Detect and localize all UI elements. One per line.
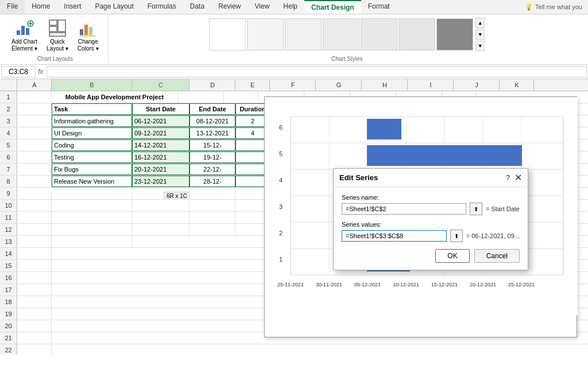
row-header-14[interactable]: 14	[0, 248, 17, 259]
tab-insert[interactable]: Insert	[57, 0, 88, 14]
row-header-7[interactable]: 7	[0, 164, 17, 175]
name-box[interactable]	[1, 66, 36, 77]
row-header-16[interactable]: 16	[0, 272, 17, 283]
row-header-4[interactable]: 4	[0, 127, 17, 139]
cell-f1[interactable]	[224, 91, 258, 103]
row-header-13[interactable]: 13	[0, 236, 17, 247]
cell-a9[interactable]	[17, 188, 52, 199]
cell-a1[interactable]	[17, 91, 52, 103]
cell-b4[interactable]: UI Design	[52, 127, 132, 139]
chart-style-2[interactable]	[247, 18, 284, 51]
cell-d9[interactable]	[189, 188, 235, 199]
cell-b7[interactable]: Fix Bugs	[52, 164, 132, 175]
cell-a3[interactable]	[17, 115, 52, 127]
tab-home[interactable]: Home	[25, 0, 57, 14]
col-header-b[interactable]: B	[52, 79, 132, 91]
tab-formulas[interactable]: Formulas	[141, 0, 183, 14]
change-colors-button[interactable]: ChangeColors ▾	[73, 17, 103, 55]
dialog-ok-button[interactable]: OK	[435, 249, 469, 263]
cell-a4[interactable]	[17, 127, 52, 139]
chart-styles-scroll-down[interactable]: ▼	[475, 29, 485, 40]
cell-a5[interactable]	[17, 139, 52, 151]
dialog-cancel-button[interactable]: Cancel	[474, 249, 520, 263]
col-header-a[interactable]: A	[17, 79, 52, 91]
tell-me-box[interactable]: 💡 Tell me what you	[519, 0, 588, 14]
chart-style-5[interactable]	[361, 18, 397, 51]
row-header-10[interactable]: 10	[0, 200, 17, 211]
chart-style-6[interactable]	[399, 18, 435, 51]
cell-b9[interactable]	[52, 188, 132, 199]
row-header-20[interactable]: 20	[0, 320, 17, 332]
row-header-12[interactable]: 12	[0, 224, 17, 235]
series-name-picker-button[interactable]: ⬆	[470, 203, 482, 215]
cell-d3[interactable]: 08-12-2021	[189, 115, 235, 127]
cell-d6[interactable]: 19-12-	[189, 152, 235, 163]
tab-data[interactable]: Data	[183, 0, 211, 14]
cell-d2[interactable]: End Date	[189, 103, 235, 115]
cell-b3[interactable]: Information gathering	[52, 115, 132, 127]
cell-c6[interactable]: 16-12-2021	[132, 152, 189, 163]
cell-b8[interactable]: Release New Version	[52, 176, 132, 187]
chart-style-3[interactable]	[285, 18, 322, 51]
tab-view[interactable]: View	[248, 0, 277, 14]
cell-d7[interactable]: 22-12-	[189, 164, 235, 175]
tab-chart-design[interactable]: Chart Design	[304, 0, 361, 14]
series-values-picker-button[interactable]: ⬆	[450, 230, 463, 242]
row-header-1[interactable]: 1	[0, 91, 17, 103]
add-chart-element-button[interactable]: Add ChartElement ▾	[7, 17, 42, 55]
tab-file[interactable]: File	[0, 0, 25, 14]
row-header-6[interactable]: 6	[0, 152, 17, 163]
cell-b6[interactable]: Testing	[52, 152, 132, 163]
cell-c9[interactable]: 6R x 1C	[132, 188, 189, 199]
cell-e1[interactable]	[178, 91, 224, 103]
col-header-f[interactable]: F	[270, 79, 316, 91]
row-header-2[interactable]: 2	[0, 103, 17, 115]
chart-style-1[interactable]	[209, 18, 246, 51]
cell-a10[interactable]	[17, 200, 52, 211]
formula-input[interactable]	[47, 66, 587, 77]
row-header-22[interactable]: 22	[0, 344, 17, 355]
row-header-3[interactable]: 3	[0, 115, 17, 127]
cell-c8[interactable]: 23-12-2021	[132, 176, 189, 187]
series-values-input[interactable]	[342, 230, 447, 242]
quick-layout-button[interactable]: QuickLayout ▾	[42, 17, 73, 55]
tab-page-layout[interactable]: Page Layout	[88, 0, 140, 14]
cell-a8[interactable]	[17, 176, 52, 187]
cell-d4[interactable]: 13-12-2021	[189, 127, 235, 139]
col-header-h[interactable]: H	[362, 79, 408, 91]
cell-d5[interactable]: 15-12-	[189, 139, 235, 151]
cell-b2[interactable]: Task	[52, 103, 132, 115]
row-header-8[interactable]: 8	[0, 176, 17, 187]
cell-c5[interactable]: 14-12-2021	[132, 139, 189, 151]
col-header-e[interactable]: E	[235, 79, 270, 91]
cell-b5[interactable]: Coding	[52, 139, 132, 151]
cell-c2[interactable]: Start Date	[132, 103, 189, 115]
col-header-j[interactable]: J	[454, 79, 500, 91]
corner-cell[interactable]	[0, 79, 17, 91]
row-header-17[interactable]: 17	[0, 284, 17, 296]
col-header-d[interactable]: D	[189, 79, 235, 91]
chart-style-7[interactable]	[436, 18, 473, 51]
chart-style-4[interactable]	[323, 18, 359, 51]
cell-a6[interactable]	[17, 152, 52, 163]
series-name-input[interactable]	[342, 203, 466, 215]
row-header-19[interactable]: 19	[0, 308, 17, 320]
row-header-9[interactable]: 9	[0, 188, 17, 199]
cell-c4[interactable]: 09-12-2021	[132, 127, 189, 139]
cell-b10[interactable]	[52, 200, 132, 211]
tab-review[interactable]: Review	[211, 0, 247, 14]
dialog-help-button[interactable]: ?	[506, 173, 510, 182]
cell-c3[interactable]: 06-12-2021	[132, 115, 189, 127]
cell-c7[interactable]: 20-12-2021	[132, 164, 189, 175]
tab-help[interactable]: Help	[276, 0, 304, 14]
cell-a2[interactable]	[17, 103, 52, 115]
dialog-close-button[interactable]: ✕	[514, 172, 522, 183]
chart-styles-scroll-more[interactable]: ▼	[475, 41, 485, 51]
row-header-18[interactable]: 18	[0, 296, 17, 308]
cell-d8[interactable]: 28-12-	[189, 176, 235, 187]
col-header-c[interactable]: C	[132, 79, 189, 91]
row-header-15[interactable]: 15	[0, 260, 17, 271]
chart-styles-scroll-up[interactable]: ▲	[475, 18, 485, 28]
col-header-k[interactable]: K	[500, 79, 534, 91]
row-header-21[interactable]: 21	[0, 332, 17, 344]
